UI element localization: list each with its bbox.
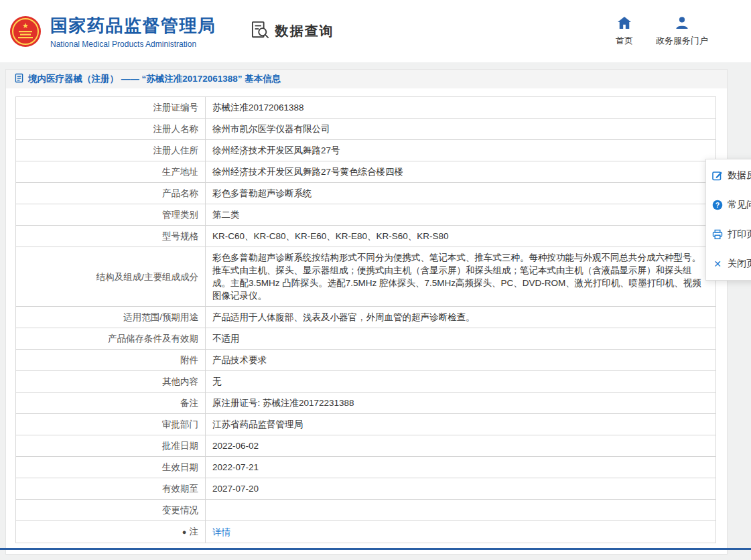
breadcrumb: 境内医疗器械（注册） —— “苏械注准20172061388” 基本信息 <box>6 70 727 88</box>
table-row: 产品储存条件及有效期不适用 <box>16 328 716 350</box>
table-row: 结构及组成/主要组成成分彩色多普勒超声诊断系统按结构形式不同分为便携式、笔记本式… <box>16 247 716 307</box>
table-row: 注册人名称徐州市凯尔医学仪器有限公司 <box>16 119 716 140</box>
row-value: 不适用 <box>206 328 716 350</box>
row-value: 彩色多普勒超声诊断系统 <box>206 183 716 204</box>
row-label: 注册人住所 <box>16 140 206 161</box>
row-label: 变更情况 <box>16 500 206 521</box>
footer-divider <box>0 548 751 550</box>
row-value: 彩色多普勒超声诊断系统按结构形式不同分为便携式、笔记本式、推车式三种。每种按功能… <box>206 247 716 307</box>
row-label: 结构及组成/主要组成成分 <box>16 247 206 307</box>
row-value: 无 <box>206 371 716 393</box>
table-row: 其他内容无 <box>16 371 716 393</box>
row-value: 2022-06-02 <box>206 435 716 457</box>
table-row: 审批部门江苏省药品监督管理局 <box>16 414 716 435</box>
row-value: 详情 <box>206 521 716 543</box>
row-value: 原注册证号: 苏械注准20172231388 <box>206 393 716 414</box>
row-label: 其他内容 <box>16 371 206 393</box>
nav-home-label: 首页 <box>616 35 633 47</box>
detail-link[interactable]: 详情 <box>212 527 230 537</box>
row-value: 徐州经济技术开发区凤舞路27号黄色综合楼四楼 <box>206 161 716 183</box>
table-row: 型号规格KR-C60、KR-C80、KR-E60、KR-E80、KR-S60、K… <box>16 226 716 247</box>
row-label: 型号规格 <box>16 226 206 247</box>
panel-item-label: 数据反馈 <box>728 169 751 182</box>
registration-info-table: 注册证编号苏械注准20172061388注册人名称徐州市凯尔医学仪器有限公司注册… <box>15 96 716 543</box>
national-emblem-icon: ★ <box>9 15 42 48</box>
print-icon <box>712 229 723 240</box>
page: ★ 国家药品监督管理局 National Medical Products Ad… <box>0 0 751 560</box>
breadcrumb-text: 境内医疗器械（注册） —— “苏械注准20172061388” 基本信息 <box>28 73 281 85</box>
row-label: 附件 <box>16 350 206 371</box>
table-row: 生产地址徐州经济技术开发区凤舞路27号黄色综合楼四楼 <box>16 161 716 183</box>
note-icon: ● <box>182 525 187 539</box>
nav-portal[interactable]: 政务服务门户 <box>656 16 708 47</box>
row-label: 审批部门 <box>16 414 206 435</box>
table-row: ●注详情 <box>16 521 716 543</box>
row-value <box>206 500 716 521</box>
row-value: 2027-07-20 <box>206 478 716 500</box>
nav-portal-label: 政务服务门户 <box>656 35 708 47</box>
document-icon <box>15 73 23 85</box>
data-query-icon <box>251 21 270 42</box>
panel-item-print[interactable]: 打印页面 <box>706 220 751 249</box>
side-action-panel: 数据反馈?常见问题打印页面✕关闭页面 <box>705 159 751 281</box>
table-row: 注册证编号苏械注准20172061388 <box>16 97 716 119</box>
close-icon: ✕ <box>712 259 723 269</box>
table-row: 生效日期2022-07-21 <box>16 457 716 478</box>
main-area: 境内医疗器械（注册） —— “苏械注准20172061388” 基本信息 注册证… <box>0 62 751 560</box>
svg-text:?: ? <box>715 201 720 209</box>
panel-item-feedback[interactable]: 数据反馈 <box>706 161 751 190</box>
row-value: 徐州市凯尔医学仪器有限公司 <box>206 119 716 140</box>
table-row: 产品名称彩色多普勒超声诊断系统 <box>16 183 716 204</box>
table-row: 备注原注册证号: 苏械注准20172231388 <box>16 393 716 414</box>
detail-card: 境内医疗器械（注册） —— “苏械注准20172061388” 基本信息 注册证… <box>5 69 728 555</box>
row-value: 江苏省药品监督管理局 <box>206 414 716 435</box>
table-row: 批准日期2022-06-02 <box>16 435 716 457</box>
row-label: 产品名称 <box>16 183 206 204</box>
row-label: 产品储存条件及有效期 <box>16 328 206 350</box>
feedback-icon <box>712 170 723 181</box>
svg-text:★: ★ <box>22 21 29 29</box>
table-row: 变更情况 <box>16 500 716 521</box>
panel-item-label: 打印页面 <box>728 228 751 240</box>
row-value: 2022-07-21 <box>206 457 716 478</box>
nmpa-logo: ★ 国家药品监督管理局 National Medical Products Ad… <box>0 14 216 49</box>
row-label: ●注 <box>16 521 206 543</box>
row-label: 注册证编号 <box>16 97 206 119</box>
user-icon <box>675 16 689 31</box>
panel-item-label: 关闭页面 <box>728 258 751 270</box>
data-query-label: 数据查询 <box>275 22 334 40</box>
site-header: ★ 国家药品监督管理局 National Medical Products Ad… <box>0 0 751 62</box>
row-label: 管理类别 <box>16 204 206 226</box>
panel-item-faq[interactable]: ?常见问题 <box>706 190 751 220</box>
panel-item-label: 常见问题 <box>728 199 751 211</box>
row-value: 苏械注准20172061388 <box>206 97 716 119</box>
table-row: 有效期至2027-07-20 <box>16 478 716 500</box>
table-row: 注册人住所徐州经济技术开发区凤舞路27号 <box>16 140 716 161</box>
row-label: 批准日期 <box>16 435 206 457</box>
row-label: 生产地址 <box>16 161 206 183</box>
org-name-zh: 国家药品监督管理局 <box>50 14 216 38</box>
panel-item-close[interactable]: ✕关闭页面 <box>706 249 751 279</box>
org-names: 国家药品监督管理局 National Medical Products Admi… <box>50 14 216 49</box>
row-label: 备注 <box>16 393 206 414</box>
row-value: 第二类 <box>206 204 716 226</box>
row-label: 注册人名称 <box>16 119 206 140</box>
row-value: 产品适用于人体腹部、浅表及小器官，外周血管的超声诊断检查。 <box>206 307 716 328</box>
table-row: 管理类别第二类 <box>16 204 716 226</box>
row-value: KR-C60、KR-C80、KR-E60、KR-E80、KR-S60、KR-S8… <box>206 226 716 247</box>
table-row: 附件产品技术要求 <box>16 350 716 371</box>
row-value: 产品技术要求 <box>206 350 716 371</box>
nav-home[interactable]: 首页 <box>616 16 633 47</box>
data-query-title: 数据查询 <box>251 21 334 42</box>
row-label: 生效日期 <box>16 457 206 478</box>
org-name-en: National Medical Products Administration <box>50 40 216 49</box>
row-label: 有效期至 <box>16 478 206 500</box>
table-row: 适用范围/预期用途产品适用于人体腹部、浅表及小器官，外周血管的超声诊断检查。 <box>16 307 716 328</box>
row-value: 徐州经济技术开发区凤舞路27号 <box>206 140 716 161</box>
home-icon <box>617 16 632 31</box>
question-icon: ? <box>712 200 723 210</box>
table-wrap: 注册证编号苏械注准20172061388注册人名称徐州市凯尔医学仪器有限公司注册… <box>6 88 727 554</box>
row-label: 适用范围/预期用途 <box>16 307 206 328</box>
top-nav: 首页 政务服务门户 <box>616 16 751 47</box>
